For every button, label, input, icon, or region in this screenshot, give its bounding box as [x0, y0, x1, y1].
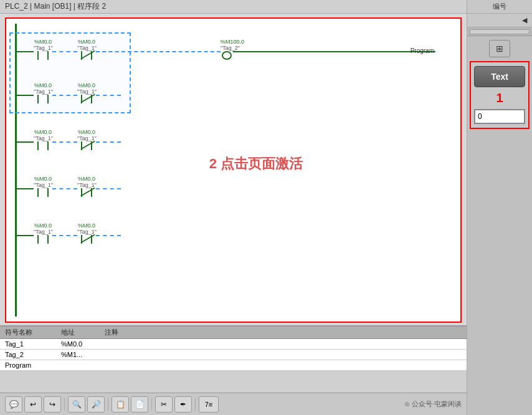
instruction-text: 2 点击页面激活	[209, 155, 303, 173]
btn-zoom[interactable]: 🔎	[87, 396, 105, 413]
text-button[interactable]: Text	[474, 66, 525, 87]
symbol-table-header: 符号名称 地址 注释	[0, 327, 467, 339]
right-panel: ◀ ⊞ Text 1	[467, 14, 532, 415]
watermark: ⊙ 公众号·屯蒙闲谈	[404, 399, 462, 409]
symbol-row-1: Tag_1 %M0.0	[0, 339, 467, 350]
btn-pen[interactable]: ✒	[174, 396, 192, 413]
scroll-left-arrow[interactable]: ◀	[522, 16, 527, 24]
number-display: 1	[496, 91, 503, 105]
btn-undo[interactable]: ↩	[24, 396, 42, 413]
btn-save[interactable]: 📋	[112, 396, 129, 413]
btn-redo[interactable]: ↪	[44, 396, 61, 413]
col-addr-header: 地址	[61, 328, 105, 337]
btn-comment[interactable]: 💬	[5, 396, 22, 413]
panel-icon-button[interactable]: ⊞	[489, 40, 510, 57]
btn-copy[interactable]: 📄	[131, 396, 148, 413]
title-text: PLC_2 | Main [OB1] | 程序段 2	[5, 1, 106, 12]
symbol-row-3: Program	[0, 360, 467, 371]
toolbar-bottom: 💬 ↩ ↪ 🔍 🔎 📋 📄 ✂ ✒ 7≡ ⊙ 公众号·屯蒙闲谈	[0, 393, 467, 415]
value-input[interactable]	[474, 109, 525, 124]
btn-cut[interactable]: ✂	[155, 396, 173, 413]
right-header: 编号	[467, 0, 532, 14]
btn-search[interactable]: 🔍	[68, 396, 85, 413]
rung-5: %M0.0 "Tag_1" %M0.0 "Tag_1"	[15, 221, 435, 255]
rung-2: %M0.0 "Tag_1" %M0.0 "Tag_1"	[15, 81, 435, 115]
col-name-header: 符号名称	[5, 328, 61, 337]
ladder-canvas[interactable]: %M0.0 "Tag_1" %M0.0 "Tag_1" %M100.0 "Tag…	[5, 17, 462, 323]
title-bar: PLC_2 | Main [OB1] | 程序段 2	[0, 0, 467, 14]
btn-segment[interactable]: 7≡	[199, 396, 219, 413]
symbol-row-2: Tag_2 %M1...	[0, 350, 467, 360]
program-label: Program	[411, 47, 434, 54]
col-comment-header: 注释	[105, 328, 154, 337]
symbol-table: 符号名称 地址 注释 Tag_1 %M0.0 Tag_2 %M1... Prog…	[0, 325, 467, 393]
right-header-label: 编号	[493, 2, 506, 11]
rung-4: %M0.0 "Tag_1" %M0.0 "Tag_1"	[15, 174, 435, 209]
text-panel: Text 1	[470, 61, 530, 129]
